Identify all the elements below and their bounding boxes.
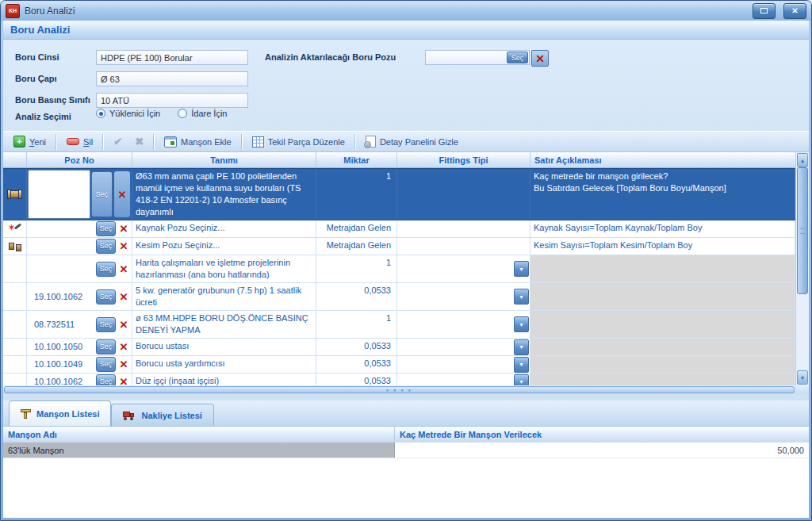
miktar-cell: 1 xyxy=(316,169,397,220)
confirm-button[interactable]: ✔ xyxy=(108,135,128,148)
scroll-down-button[interactable]: ▼ xyxy=(797,370,808,385)
col-poz-no[interactable]: Poz No xyxy=(27,152,132,167)
row-icon-cell xyxy=(3,169,27,220)
fittings-dropdown-button[interactable]: ▼ xyxy=(514,261,529,277)
delete-row-icon[interactable]: ✕ xyxy=(117,358,131,370)
delete-row-icon[interactable]: ✕ xyxy=(117,341,131,353)
grid-row[interactable]: 08.732511Seç✕ø 63 MM.HDPE BORU DÖŞ.ÖNCE … xyxy=(3,311,795,339)
fittings-tipi-cell xyxy=(397,220,530,237)
col-manson-adi[interactable]: Manşon Adı xyxy=(3,427,395,442)
title-bar[interactable]: KH Boru Analizi ✕ xyxy=(1,1,811,21)
app-icon: KH xyxy=(6,4,20,18)
grid-row[interactable]: Seç✕Harita çalışmaları ve işletme projel… xyxy=(3,255,795,283)
sec-button[interactable]: Seç xyxy=(96,357,116,372)
boru-pozu-sec-button[interactable]: Seç xyxy=(507,52,528,63)
col-satir-aciklamasi[interactable]: Satır Açıklaması xyxy=(530,152,795,167)
fittings-tipi-cell xyxy=(397,238,530,255)
chevron-down-icon: ▼ xyxy=(519,294,524,300)
yeni-button[interactable]: + Yeni xyxy=(8,134,52,149)
sec-button[interactable]: Seç xyxy=(96,239,116,254)
boru-pozu-clear-button[interactable]: ✕ xyxy=(531,50,549,67)
poz-no-value xyxy=(28,246,95,247)
grid-row[interactable]: Seç✕Ø63 mm anma çaplı PE 100 polietilend… xyxy=(3,168,795,220)
fittings-dropdown-button[interactable]: ▼ xyxy=(514,339,529,355)
satir-aciklamasi-cell xyxy=(530,356,795,373)
boru-capi-field[interactable]: Ø 63 xyxy=(96,71,248,86)
plus-icon: + xyxy=(13,136,25,147)
delete-row-icon[interactable]: ✕ xyxy=(114,171,130,217)
col-tanimi[interactable]: Tanımı xyxy=(132,152,316,167)
vertical-scrollbar-thumb[interactable] xyxy=(797,167,808,294)
pipe-t-icon xyxy=(21,408,31,419)
manson-listesi-grid: Manşon Adı Kaç Metrede Bir Manşon Verile… xyxy=(3,427,809,518)
tab-manson-listesi[interactable]: Manşon Listesi xyxy=(9,400,111,426)
fittings-dropdown-button[interactable]: ▼ xyxy=(514,289,529,305)
close-icon: ✕ xyxy=(791,7,798,15)
grid-row[interactable]: 10.100.1050Seç✕Borucu ustası0,0533▼ xyxy=(3,339,795,356)
grid-row[interactable]: 10.100.1049Seç✕Borucu usta yardımcısı0,0… xyxy=(3,356,795,374)
manson-row[interactable]: 63'lük Manşon 50,000 xyxy=(3,442,809,458)
boru-pozu-field[interactable]: Seç xyxy=(425,50,530,65)
delete-row-icon[interactable]: ✕ xyxy=(117,263,131,275)
sec-button[interactable]: Seç xyxy=(96,221,116,236)
fittings-tipi-cell: ▼ xyxy=(397,283,530,310)
yeni-label: Yeni xyxy=(29,137,46,147)
fittings-dropdown-button[interactable]: ▼ xyxy=(514,357,529,373)
delete-row-icon[interactable]: ✕ xyxy=(117,319,131,331)
sec-button[interactable]: Seç xyxy=(96,317,116,332)
grid-row[interactable]: 19.100.1062Seç✕5 kw. generatör grubunun … xyxy=(3,283,795,311)
grid-vertical-scrollbar[interactable]: ▲ ▼ xyxy=(795,152,809,385)
panel-splitter[interactable] xyxy=(3,394,809,400)
tanimi-cell: Borucu ustası xyxy=(132,339,316,355)
sec-button[interactable]: Seç xyxy=(96,262,116,277)
toolbar-separator xyxy=(153,134,155,150)
maximize-button[interactable] xyxy=(753,3,776,19)
tanimi-cell: Kaynak Pozu Seçiniz... xyxy=(132,220,316,237)
row-icon-cell xyxy=(3,238,27,255)
radio-yuklenici-icin[interactable]: Yüklenici İçin xyxy=(96,109,160,118)
col-kac-metrede[interactable]: Kaç Metrede Bir Manşon Verilecek xyxy=(395,427,809,442)
detay-panelini-gizle-button[interactable]: Detay Panelini Gizle xyxy=(360,134,464,149)
cancel-button[interactable]: ✖ xyxy=(129,135,149,148)
poz-no-value: 10.100.1049 xyxy=(28,358,95,371)
toolbar-separator xyxy=(102,134,104,150)
analiz-secimi-label: Analiz Seçimi xyxy=(15,112,71,121)
col-icon[interactable] xyxy=(3,152,27,167)
boru-basinc-sinifi-field[interactable]: 10 ATÜ xyxy=(96,93,248,108)
close-button[interactable]: ✕ xyxy=(783,3,806,19)
fittings-dropdown-button[interactable]: ▼ xyxy=(514,316,529,332)
grid-horizontal-scrollbar[interactable]: ● ● ● ● xyxy=(3,385,809,394)
scroll-up-button[interactable]: ▲ xyxy=(797,153,808,167)
satir-aciklamasi-cell: Kaç metrede bir manşon girilecek? Bu Sat… xyxy=(530,169,795,220)
delete-row-icon[interactable]: ✕ xyxy=(117,240,131,252)
satir-aciklamasi-cell: Kaynak Sayısı=Toplam Kaynak/Toplam Boy xyxy=(530,220,795,237)
col-miktar[interactable]: Miktar xyxy=(316,152,397,167)
grid-row[interactable]: Seç✕Kesim Pozu Seçiniz...Metrajdan Gelen… xyxy=(3,238,795,255)
poz-no-value xyxy=(29,170,90,218)
col-fittings-tipi[interactable]: Fittings Tipi xyxy=(397,152,530,167)
tekil-parca-duzenle-label: Tekil Parça Düzenle xyxy=(268,137,345,147)
poz-no-cell: Seç✕ xyxy=(27,238,132,255)
boru-cinsi-field[interactable]: HDPE (PE 100) Borular xyxy=(96,50,248,65)
row-icon-cell xyxy=(3,339,27,355)
sec-button[interactable]: Seç xyxy=(96,339,116,354)
delete-row-icon[interactable]: ✕ xyxy=(117,223,131,235)
sec-button[interactable]: Seç xyxy=(91,171,113,217)
manson-ekle-button[interactable]: Manşon Ekle xyxy=(159,135,237,149)
manson-ekle-label: Manşon Ekle xyxy=(181,137,232,147)
radio-idare-icin[interactable]: İdare İçin xyxy=(178,109,227,118)
tanimi-cell: Kesim Pozu Seçiniz... xyxy=(132,238,316,255)
delete-row-icon[interactable]: ✕ xyxy=(117,291,131,303)
analiz-secimi-group: Yüklenici İçin İdare İçin xyxy=(96,109,227,118)
chevron-down-icon: ▼ xyxy=(519,266,524,272)
sec-button[interactable]: Seç xyxy=(96,289,116,305)
tab-nakliye-listesi[interactable]: Nakliye Listesi xyxy=(111,404,213,426)
boru-capi-label: Boru Çapı xyxy=(15,74,57,83)
tekil-parca-duzenle-button[interactable]: Tekil Parça Düzenle xyxy=(247,135,350,149)
tanimi-cell: Harita çalışmaları ve işletme projelerin… xyxy=(132,255,316,282)
manson-deger-cell[interactable]: 50,000 xyxy=(395,442,809,458)
horizontal-scrollbar-thumb[interactable]: ● ● ● ● xyxy=(4,386,795,393)
poz-no-cell: 08.732511Seç✕ xyxy=(27,311,132,338)
sil-button[interactable]: Sil xyxy=(61,136,98,148)
grid-row[interactable]: Seç✕Kaynak Pozu Seçiniz...Metrajdan Gele… xyxy=(3,220,795,238)
